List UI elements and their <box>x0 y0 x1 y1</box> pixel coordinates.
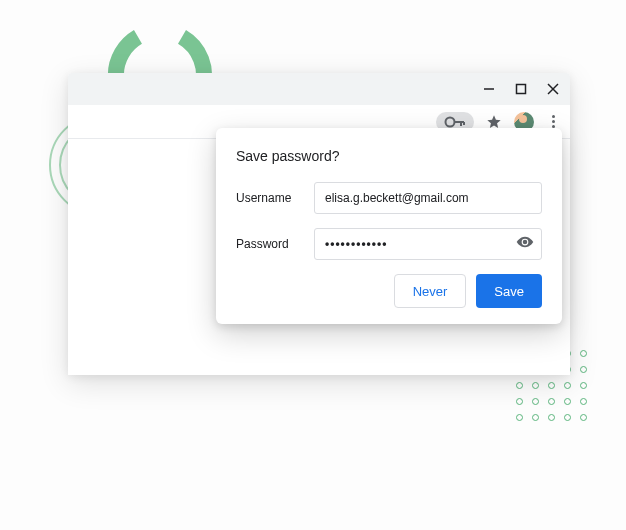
minimize-button[interactable] <box>482 82 496 96</box>
password-label: Password <box>236 237 300 251</box>
show-password-icon[interactable] <box>516 233 534 255</box>
save-button[interactable]: Save <box>476 274 542 308</box>
popup-title: Save password? <box>236 148 542 164</box>
popup-buttons: Never Save <box>236 274 542 308</box>
maximize-button[interactable] <box>514 82 528 96</box>
username-row: Username <box>236 182 542 214</box>
username-input[interactable] <box>314 182 542 214</box>
overflow-menu-icon[interactable] <box>546 115 560 128</box>
browser-window: Save password? Username Password Never S… <box>68 73 570 375</box>
username-label: Username <box>236 191 300 205</box>
close-button[interactable] <box>546 82 560 96</box>
svg-rect-5 <box>517 85 526 94</box>
password-input[interactable] <box>314 228 542 260</box>
password-row: Password <box>236 228 542 260</box>
window-titlebar <box>68 73 570 105</box>
never-button[interactable]: Never <box>394 274 467 308</box>
svg-point-8 <box>446 117 455 126</box>
save-password-popup: Save password? Username Password Never S… <box>216 128 562 324</box>
